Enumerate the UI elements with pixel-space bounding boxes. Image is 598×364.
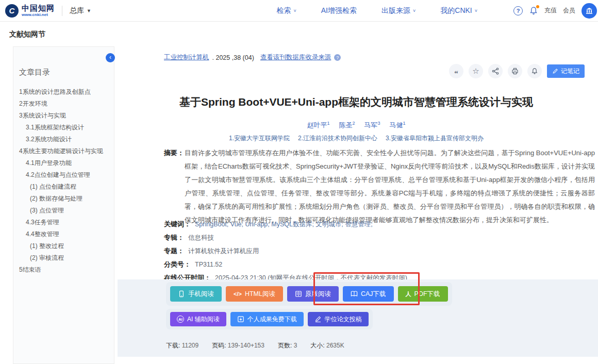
toc-item[interactable]: (3) 点位管理 [19,207,109,213]
ai-icon: AI [177,316,184,323]
recharge-link[interactable]: 充值 [544,6,557,15]
affiliation-item: 3.安徽省阜阳市颍上县宣传部文明办 [386,135,484,142]
toc-item[interactable]: 4.3任务管理 [19,219,109,225]
favorite-star-icon[interactable]: ☆ [469,64,483,78]
toc-item[interactable]: (2) 数据存储与处理 [19,195,109,202]
meta-list: 关键词：SpringBoot; Vue; Uni-app; MySQL数据库; … [164,221,593,288]
abstract-text: 目前许多文明城市管理系统存在用户体验不佳、功能不完善、安全性令人担忧等问题。为了… [185,146,595,227]
top-header: C 中国知网 www.cnki.net 总库▼ 检索˅AI增强检索出版来源˅我的… [0,0,598,22]
quote-icon[interactable]: “ [449,64,463,78]
cnki-brand-name: 中国知网 [22,4,55,12]
toc-item[interactable]: 3.1系统框架结构设计 [19,124,109,130]
author-link[interactable]: 陈圣2 [339,121,355,129]
help-question-icon[interactable]: ? [513,6,523,15]
pen-icon [314,316,322,323]
toc-item[interactable]: (2) 审核流程 [19,255,109,261]
article-stats: 下载: 11209页码: 139-140+153页数: 3大小: 2635K [166,341,344,350]
notification-bell-icon[interactable] [529,6,538,15]
author-list: 赵叶平1陈圣2马军3马健1 [114,120,598,130]
caj-download-button[interactable]: CAJ下载 [343,286,394,302]
ai-assist-read-button[interactable]: AIAI 辅助阅读 [170,312,226,326]
original-read-button[interactable]: 原版阅读 [287,286,339,302]
article-toc-panel: 文章目录 1系统的设计思路及创新点2开发环境3系统设计与实现3.1系统框架结构设… [13,46,114,364]
meta-label: 分类号： [164,261,191,268]
phone-icon [178,290,185,297]
header-divider [62,6,62,16]
pdf-download-button[interactable]: 人PDF下载 [398,286,448,302]
journal-line: 工业控制计算机 . 2025 ,38 (04) 查看该刊数据库收录来源 ? [164,53,341,62]
meta-row: 专辑：信息科技 [164,234,593,241]
abstract-block: 摘要： 目前许多文明城市管理系统存在用户体验不佳、功能不完善、安全性令人担忧等问… [164,146,595,227]
meta-label: 关键词： [164,221,191,228]
toc-item[interactable]: 4.1用户登录功能 [19,160,109,166]
journal-name-link[interactable]: 工业控制计算机 [164,53,209,62]
toc-list: 1系统的设计思路及创新点2开发环境3系统设计与实现3.1系统框架结构设计3.2系… [19,89,109,273]
journal-issue: . 2025 ,38 (04) [212,54,254,61]
cnki-site-url: www.cnki.net [22,13,55,17]
html-read-button[interactable]: </>HTML阅读 [226,286,283,302]
article-main: 工业控制计算机 . 2025 ,38 (04) 查看该刊数据库收录来源 ? “ … [114,46,598,364]
author-link[interactable]: 赵叶平1 [307,121,329,129]
meta-row: 关键词：SpringBoot; Vue; Uni-app; MySQL数据库; … [164,221,593,228]
meta-value[interactable]: SpringBoot; Vue; Uni-app; MySQL数据库; 文明城市… [195,221,373,228]
action-panel: 手机阅读</>HTML阅读原版阅读CAJ下载人PDF下载 AIAI 辅助阅读个人… [118,279,598,357]
alert-bell-icon[interactable] [527,64,542,78]
toc-item[interactable]: 4.4整改管理 [19,231,109,237]
meta-value: TP311.52 [195,261,222,268]
stat-item: 大小: 2635K [310,341,344,350]
toc-item[interactable]: 5结束语 [19,267,109,273]
chevron-down-icon: ˅ [294,8,296,13]
meta-label: 专题： [164,247,184,255]
cnki-logo[interactable]: C 中国知网 www.cnki.net [5,4,55,18]
chevron-down-icon: ▼ [87,8,91,13]
toc-item[interactable]: 1系统的设计思路及创新点 [19,89,109,95]
thesis-submit-button[interactable]: 学位论文投稿 [308,312,369,326]
institution-icon[interactable] [582,3,597,19]
nav-item-my-cnki[interactable]: 我的CNKI˅ [440,6,477,15]
affiliation-item: 1.安徽大学互联网学院 [229,135,290,142]
read-download-row: 手机阅读</>HTML阅读原版阅读CAJ下载人PDF下载 [166,282,452,306]
article-title: 基于Spring Boot+VUE+Uni-app框架的文明城市智慧管理系统设计… [140,95,572,109]
nav-item-search[interactable]: 检索˅ [277,6,296,15]
chevron-down-icon: ˅ [475,8,477,13]
toc-item[interactable]: 3.2系统功能设计 [19,136,109,142]
chevron-down-icon: ˅ [413,8,416,13]
toc-item[interactable]: 4系统主要功能逻辑设计与实现 [19,148,109,154]
stat-item: 页数: 3 [278,341,297,350]
meta-value: 计算机软件及计算机应用 [188,247,259,255]
affiliation-list: 1.安徽大学互联网学院2.江淮前沿技术协同创新中心3.安徽省阜阳市颍上县宣传部文… [114,133,598,143]
affiliation-item: 2.江淮前沿技术协同创新中心 [298,135,377,142]
cnki-globe-icon: C [5,4,19,18]
code-icon: </> [234,291,242,297]
notification-dot [536,5,539,8]
pencil-icon [552,68,558,74]
library-dropdown[interactable]: 总库▼ [70,6,91,15]
sidebar-collapse-button[interactable]: ‹ [106,53,115,62]
toc-item[interactable]: 2开发环境 [19,101,109,107]
toc-item[interactable]: (1) 整改过程 [19,243,109,249]
member-link[interactable]: 会员 [563,6,575,15]
mobile-read-button[interactable]: 手机阅读 [170,286,222,302]
meta-row: 专题：计算机软件及计算机应用 [164,247,593,255]
extra-actions-row: AIAI 辅助阅读个人成果免费下载学位论文投稿 [166,309,373,329]
page-icon [295,290,302,297]
abstract-label: 摘要： [164,146,185,227]
info-icon[interactable]: ? [334,54,341,61]
breadcrumb: 文献知网节 [0,22,598,45]
author-link[interactable]: 马健1 [390,121,406,129]
toc-item[interactable]: 4.2点位创建与点位管理 [19,172,109,178]
personal-free-download-button[interactable]: 个人成果免费下载 [230,312,304,326]
take-note-button[interactable]: 记笔记 [547,64,585,78]
print-icon[interactable] [508,64,522,78]
nav-item-publish-source[interactable]: 出版来源˅ [381,6,416,15]
journal-source-link[interactable]: 查看该刊数据库收录来源 [260,53,331,62]
share-icon[interactable] [488,64,503,78]
article-toolbar: “ ☆ 记笔记 [449,64,585,78]
nav-item-ai-search[interactable]: AI增强检索 [321,6,357,15]
author-link[interactable]: 马军3 [364,121,380,129]
toc-item[interactable]: 3系统设计与实现 [19,112,109,119]
toc-title: 文章目录 [19,68,109,77]
meta-label: 专辑： [164,234,184,241]
stat-item: 下载: 11209 [166,341,198,350]
toc-item[interactable]: (1) 点位创建流程 [19,184,109,190]
